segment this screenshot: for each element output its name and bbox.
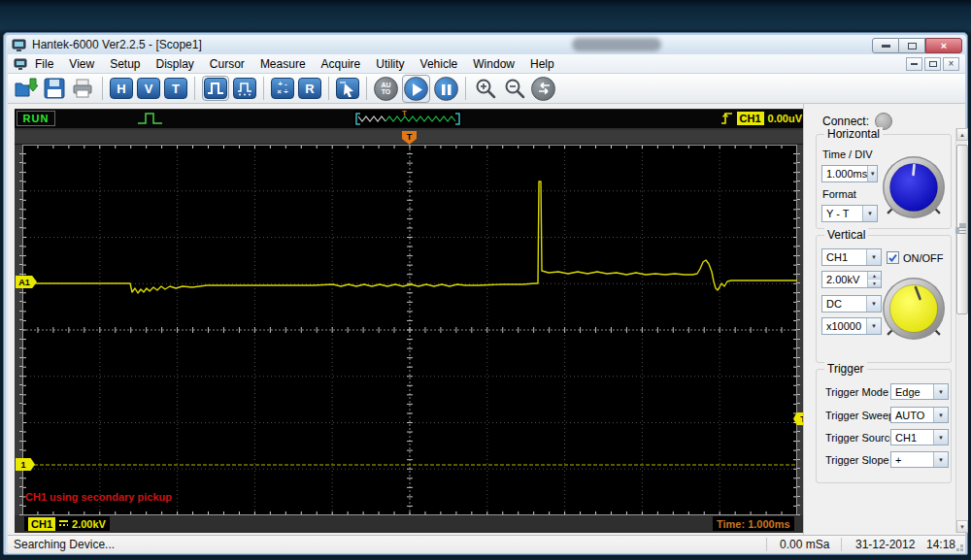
menu-display[interactable]: Display	[149, 55, 202, 73]
trigger-mode-select[interactable]: Edge ▼	[890, 383, 949, 400]
pulse-button[interactable]	[204, 78, 227, 99]
buffer-preview-slider[interactable]: T	[353, 111, 462, 127]
refresh-button[interactable]	[531, 77, 555, 101]
mdi-minimize-button[interactable]	[906, 57, 922, 71]
timebase-knob[interactable]	[881, 154, 947, 220]
probe-attenuation-select[interactable]: x10000 ▼	[821, 317, 882, 335]
scroll-down-button[interactable]: ▼	[956, 520, 968, 533]
scope-annotation: CH1 using secondary pickup	[25, 491, 172, 503]
format-value: Y - T	[826, 208, 849, 219]
zoom-out-button[interactable]	[502, 77, 527, 100]
save-floppy-icon	[43, 77, 66, 100]
chevron-down-icon: ▼	[933, 384, 948, 399]
menu-measure[interactable]: Measure	[252, 55, 314, 73]
minimize-icon	[882, 45, 890, 48]
status-date: 31-12-2012	[855, 538, 915, 551]
channel-onoff-checkbox[interactable]	[887, 251, 899, 264]
preview-trigger-marker[interactable]: T	[402, 109, 407, 117]
horizontal-group-title: Horizontal	[824, 127, 883, 141]
menu-vehicle[interactable]: Vehicle	[413, 55, 466, 73]
scope-status-bar: RUN T CH1 0.00uV	[15, 110, 808, 128]
menu-cursor[interactable]: Cursor	[202, 55, 252, 73]
menu-view[interactable]: View	[61, 55, 102, 73]
mdi-restore-button[interactable]	[924, 57, 941, 71]
vertical-system-button[interactable]: V	[137, 78, 160, 99]
cursor-measure-button[interactable]	[336, 78, 359, 99]
trigger-source-label: Trigger Source	[825, 432, 895, 444]
zoom-in-button[interactable]	[473, 77, 498, 100]
t-label: T	[172, 82, 180, 96]
run-indicator: RUN	[17, 111, 55, 126]
open-folder-icon	[14, 77, 39, 100]
toolbar-separator	[366, 77, 367, 100]
triangle-down-icon: ▼	[959, 524, 965, 530]
close-icon: ×	[949, 58, 954, 69]
trigger-source-select[interactable]: CH1 ▼	[890, 429, 949, 445]
trigger-group-title: Trigger	[824, 362, 867, 376]
auto-label-bottom: TO	[382, 88, 391, 95]
document-icon	[14, 58, 27, 70]
rising-edge-icon	[720, 111, 733, 125]
scope-panel: RUN T CH1 0.00uV	[15, 109, 808, 533]
mdi-close-button[interactable]: ×	[943, 57, 959, 71]
trigger-sweep-label: Trigger Sweep	[825, 410, 894, 421]
probe-value: x10000	[826, 320, 861, 332]
resize-grip[interactable]	[960, 548, 963, 551]
app-icon	[12, 39, 26, 51]
pulse-measure-button[interactable]	[233, 78, 256, 99]
toolbar-separator	[263, 77, 264, 100]
scope-footer: CH1 2.00kV Time: 1.000ms	[15, 515, 808, 533]
r-label: R	[305, 82, 314, 96]
maximize-icon	[908, 43, 917, 49]
trigger-system-button[interactable]: T	[164, 78, 187, 99]
trigger-slope-select[interactable]: + ▼	[890, 451, 949, 468]
trigger-mode-value: Edge	[895, 386, 921, 398]
scroll-up-button[interactable]: ▲	[956, 128, 968, 141]
print-button[interactable]	[70, 77, 95, 100]
coupling-select[interactable]: DC ▼	[821, 295, 882, 313]
swap-arrows-icon	[533, 78, 554, 99]
pause-button[interactable]	[434, 77, 458, 101]
channel-value: CH1	[826, 251, 848, 263]
spin-up-icon[interactable]: ▲	[868, 272, 881, 280]
math-button[interactable]: + - × ÷	[271, 78, 294, 99]
panel-scrollbar[interactable]: ▲ ▼	[955, 128, 968, 533]
trigger-sweep-select[interactable]: AUTO ▼	[890, 407, 949, 423]
menu-file[interactable]: File	[27, 55, 61, 73]
chevron-down-icon: ▼	[933, 408, 948, 422]
coupling-value: DC	[826, 298, 842, 310]
ch1-badge: CH1	[28, 517, 55, 531]
save-button[interactable]	[43, 77, 66, 100]
window-close-button[interactable]: ×	[925, 38, 962, 53]
menu-bar: File View Setup Display Cursor Measure A…	[8, 54, 965, 74]
vertical-group: Vertical CH1 ▼ ON/OFF 2.00kV ▲▼ DC	[816, 235, 952, 363]
ch1-trace	[22, 145, 797, 515]
horizontal-system-button[interactable]: H	[110, 78, 133, 99]
start-button[interactable]	[404, 77, 428, 101]
scrollbar-thumb[interactable]	[956, 145, 968, 314]
client-area: RUN T CH1 0.00uV	[8, 104, 965, 535]
menu-help[interactable]: Help	[522, 55, 562, 73]
window-maximize-button[interactable]	[899, 38, 925, 53]
volts-div-knob[interactable]	[881, 276, 947, 342]
auto-label-top: AU	[381, 82, 390, 88]
autoset-button[interactable]: AU TO	[374, 77, 398, 101]
buffer-waveform-icon	[353, 111, 462, 127]
trigger-position-marker[interactable]: T	[402, 131, 417, 145]
format-select[interactable]: Y - T ▼	[821, 205, 878, 222]
time-div-select[interactable]: 1.000ms ▼	[821, 165, 878, 182]
menu-window[interactable]: Window	[465, 55, 522, 73]
volts-div-spinner[interactable]: 2.00kV ▲▼	[821, 271, 882, 288]
trigger-position-label: T	[407, 132, 413, 142]
channel-select[interactable]: CH1 ▼	[821, 248, 882, 266]
reference-button[interactable]: R	[298, 78, 321, 99]
menu-utility[interactable]: Utility	[368, 55, 412, 73]
menu-acquire[interactable]: Acquire	[314, 55, 369, 73]
toolbar-separator	[328, 77, 329, 100]
window-minimize-button[interactable]	[872, 38, 899, 53]
trigger-slope-label: Trigger Slope	[825, 454, 889, 466]
menu-setup[interactable]: Setup	[102, 55, 148, 73]
spin-down-icon[interactable]: ▼	[868, 280, 881, 287]
open-button[interactable]	[14, 77, 39, 100]
waveform-display: CH1 using secondary pickup	[22, 145, 797, 515]
